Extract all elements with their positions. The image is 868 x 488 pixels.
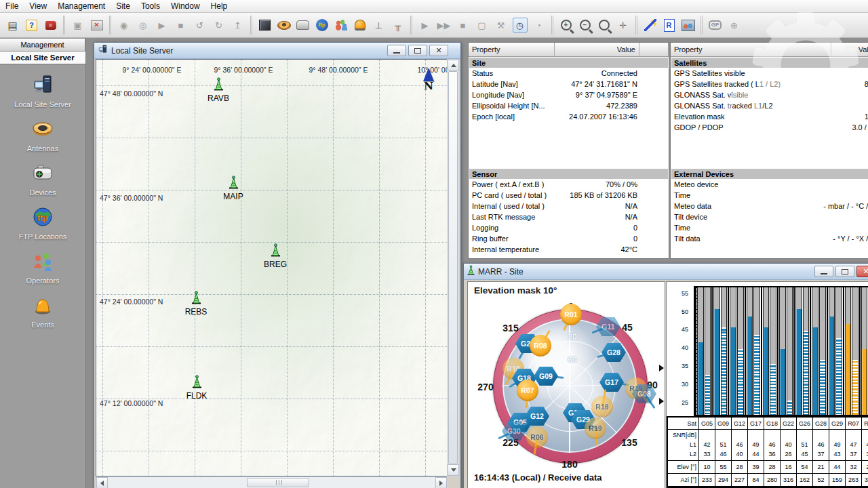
menu-site[interactable]: Site <box>111 1 136 12</box>
events-button[interactable] <box>351 17 369 34</box>
antennas-button[interactable] <box>275 17 293 34</box>
menu-view[interactable]: View <box>24 1 52 12</box>
map-station-breg[interactable]: BREG <box>262 243 289 269</box>
refresh-button[interactable]: ↺ <box>191 17 209 34</box>
windows-button[interactable]: ▢ <box>473 17 491 34</box>
connect-all-button[interactable]: ◎ <box>134 17 152 34</box>
property-name[interactable]: Meteo data <box>674 202 711 210</box>
column-header[interactable]: Property <box>469 43 555 56</box>
wizard-button[interactable] <box>641 17 659 34</box>
operators-button[interactable] <box>332 17 350 34</box>
pan-button[interactable]: ✛ <box>614 17 632 34</box>
map-canvas[interactable]: 9° 24' 00.00000" E9° 36' 00.00000" E9° 4… <box>96 59 448 476</box>
property-name[interactable]: Power ( ext.A / ext.B ) <box>472 180 544 188</box>
site-server-button[interactable] <box>256 17 274 34</box>
property-name[interactable]: Tilt device <box>674 213 707 221</box>
sidebar-item-ftp-locations[interactable]: ftpFTP Locations <box>0 205 85 241</box>
property-name[interactable]: Internal temperature <box>472 245 539 253</box>
column-header[interactable]: Value <box>555 43 639 56</box>
upload-button[interactable]: ↥ <box>229 17 247 34</box>
property-name[interactable]: Meteo device <box>674 180 718 188</box>
menu-tools[interactable]: Tools <box>136 1 165 12</box>
column-header[interactable]: Property <box>671 43 831 56</box>
property-name[interactable]: PC card ( used / total ) <box>472 191 547 199</box>
scroll-left-icon[interactable] <box>96 477 108 488</box>
property-name[interactable]: Tilt data <box>674 235 701 243</box>
property-name[interactable]: Status <box>472 69 493 77</box>
copy-site-button[interactable]: ▣ <box>68 17 87 34</box>
map-station-ravb[interactable]: RAVB <box>205 77 232 103</box>
property-name[interactable]: GPS Satellites tracked ( L1 / L2) <box>674 80 781 88</box>
scheduler-button[interactable]: ◔ <box>530 17 548 34</box>
column-header[interactable] <box>639 43 669 56</box>
property-name[interactable]: Time <box>674 191 690 199</box>
marr-close-button[interactable]: ✕ <box>856 266 868 277</box>
close-button[interactable]: ✕ <box>429 45 448 56</box>
property-name[interactable]: Internal ( used / total ) <box>472 202 545 210</box>
menu-file[interactable]: File <box>0 1 24 12</box>
refresh-all-button[interactable]: ↻ <box>210 17 228 34</box>
print-button[interactable]: ▤ <box>3 17 22 34</box>
map-station-fldk[interactable]: FLDK <box>183 375 210 401</box>
sidebar-item-antennas[interactable]: Antennas <box>0 117 85 152</box>
property-name[interactable]: GLONASS Sat. tracked L1/L2 <box>674 102 773 110</box>
gps-network-button[interactable]: GP <box>706 17 724 34</box>
sidebar-item-events[interactable]: Events <box>0 293 85 329</box>
property-name[interactable]: Last RTK message <box>472 213 535 221</box>
help-button[interactable]: ? <box>22 17 41 34</box>
splitter-arrow-icon[interactable] <box>659 398 664 405</box>
ftp-locations-button[interactable]: ftp <box>313 17 331 34</box>
zoom-out-button[interactable]: − <box>576 17 594 34</box>
map-station-rebs[interactable]: REBS <box>182 291 210 317</box>
property-name[interactable]: GDOP / PDOP <box>674 123 724 131</box>
report-button[interactable]: R <box>660 17 678 34</box>
manual-button[interactable]: ≡ <box>41 17 60 34</box>
map-vertical-scrollbar[interactable] <box>447 59 459 476</box>
devices-button[interactable] <box>294 17 312 34</box>
column-header[interactable]: Value <box>831 43 868 56</box>
sidebar-header-local-site-server[interactable]: Local Site Server <box>0 52 85 64</box>
menu-window[interactable]: Window <box>165 1 205 12</box>
property-name[interactable]: Time <box>674 224 690 232</box>
property-name[interactable]: GPS Satellites visible <box>674 69 745 77</box>
menu-help[interactable]: Help <box>205 1 233 12</box>
connect-button[interactable]: ◉ <box>115 17 133 34</box>
property-name[interactable]: Ellipsoidal Height [N... <box>472 102 545 110</box>
tools-button[interactable]: ⚒ <box>492 17 510 34</box>
remote-access-button[interactable] <box>679 17 697 34</box>
property-name[interactable]: Latitude [Nav] <box>472 80 518 88</box>
marr-window-titlebar[interactable]: MARR - Site <box>464 264 868 280</box>
restore-button[interactable] <box>408 45 427 56</box>
marr-minimize-button[interactable] <box>814 266 833 277</box>
start-all-sites-button[interactable]: ▶▶ <box>435 17 453 34</box>
property-name[interactable]: Ring buffer <box>472 235 509 243</box>
web-globe-button[interactable]: ⊕ <box>725 17 743 34</box>
pillar-button[interactable]: ⊥ <box>370 17 388 34</box>
map-station-maip[interactable]: MAIP <box>220 176 247 201</box>
property-name[interactable]: GLONASS Sat. visible <box>674 91 748 99</box>
property-name[interactable]: Longitude [Nav] <box>472 91 524 99</box>
start-button[interactable]: ▶ <box>153 17 171 34</box>
start-site-button[interactable]: ▶ <box>416 17 434 34</box>
scroll-right-icon[interactable] <box>435 477 447 488</box>
sidebar-item-operators[interactable]: Operators <box>0 249 85 285</box>
tripod-button[interactable]: ╥ <box>389 17 407 34</box>
scroll-down-icon[interactable] <box>448 464 459 476</box>
sidebar-item-local-site-server[interactable]: Local Site Server <box>0 73 85 108</box>
minimize-button[interactable] <box>387 45 406 56</box>
map-horizontal-scrollbar[interactable] <box>96 476 448 488</box>
zoom-window-button[interactable] <box>595 17 613 34</box>
property-name[interactable]: Logging <box>472 224 498 232</box>
property-name[interactable]: Epoch [local] <box>472 113 515 121</box>
zoom-in-button[interactable]: + <box>557 17 575 34</box>
sidebar-item-devices[interactable]: Devices <box>0 161 85 197</box>
sidebar-header-management[interactable]: Management <box>0 38 85 52</box>
delete-site-button[interactable]: ✕ <box>87 17 106 34</box>
clock-button[interactable]: ◷ <box>511 17 529 34</box>
property-name[interactable]: Elevation mask <box>674 113 725 121</box>
splitter-arrow-icon[interactable] <box>659 365 664 371</box>
menu-management[interactable]: Management <box>52 1 111 12</box>
stop-button[interactable]: ■ <box>172 17 190 34</box>
scroll-up-icon[interactable] <box>448 60 459 71</box>
stop-site-button[interactable]: ■ <box>454 17 472 34</box>
